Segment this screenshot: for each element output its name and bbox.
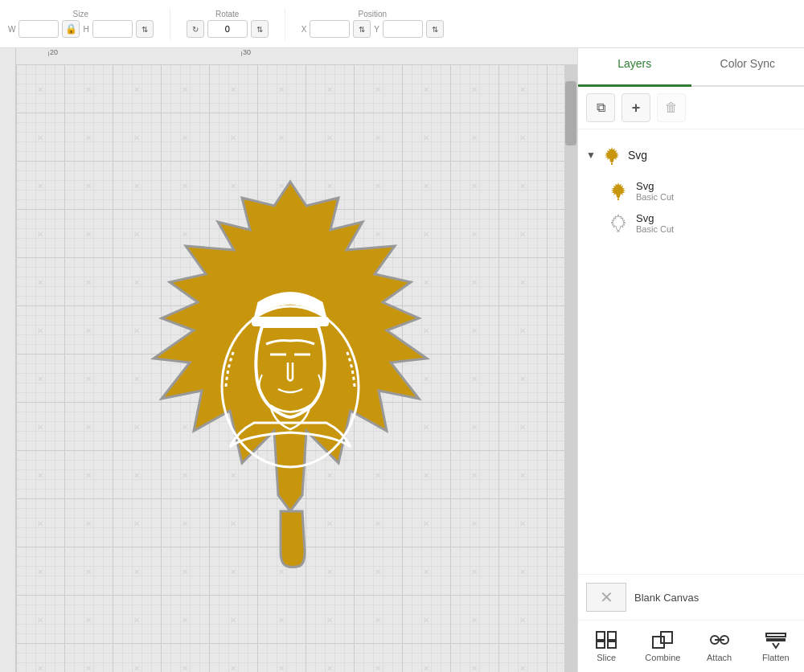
- canvas-with-ruler: 20 30 ✕: [0, 48, 577, 672]
- rotate-label: Rotate: [215, 10, 239, 18]
- svg-rect-6: [611, 163, 613, 165]
- tab-colorsync[interactable]: Color Sync: [691, 48, 805, 85]
- design-container: [97, 158, 483, 579]
- blank-canvas-thumb: ✕: [586, 583, 626, 612]
- scrollbar-thumb[interactable]: [565, 81, 576, 145]
- layer-0-info: Svg Basic Cut: [636, 180, 674, 202]
- chevron-ud-icon: ⇅: [142, 25, 148, 34]
- panel-actions: Slice Combine Attach: [578, 620, 804, 672]
- panel-toolbar: ⧉ + 🗑: [578, 87, 804, 129]
- flatten-button[interactable]: Flatten: [748, 627, 804, 666]
- ruler-h: 20 30: [16, 48, 577, 64]
- rotate-icon-btn[interactable]: ↻: [187, 20, 204, 38]
- lock-icon: 🔒: [65, 23, 77, 35]
- position-label: Position: [359, 10, 388, 18]
- canvas-column: 20 30 ✕: [16, 48, 577, 672]
- x-stepper[interactable]: ⇅: [353, 20, 371, 38]
- width-input[interactable]: [18, 20, 59, 38]
- rotate-stepper-icon: ⇅: [256, 25, 263, 34]
- x-stepper-icon: ⇅: [359, 25, 365, 34]
- svg-rect-7: [617, 199, 619, 200]
- toolbar-position-group: Position X ⇅ Y ⇅: [302, 10, 444, 38]
- layer-1-type: Basic Cut: [636, 224, 674, 234]
- flatten-icon: [765, 630, 787, 649]
- panel-tabs: Layers Color Sync: [578, 48, 804, 87]
- group-name: Svg: [628, 149, 647, 162]
- add-layer-btn[interactable]: +: [621, 93, 650, 122]
- layer-group-thumb: [601, 144, 623, 166]
- svg-rect-19: [766, 638, 786, 641]
- layer-0-name: Svg: [636, 180, 674, 192]
- ruler-tick-20: 20: [48, 48, 58, 56]
- group-thumb-svg: [602, 145, 621, 165]
- svg-rect-8: [617, 231, 619, 232]
- rotate-inputs: ↻ ⇅: [187, 20, 269, 38]
- copy-icon: ⧉: [597, 100, 605, 115]
- ruler-tick-30: 30: [241, 48, 251, 56]
- slice-label: Slice: [597, 653, 616, 662]
- x-label: X: [302, 25, 307, 34]
- attach-label: Attach: [707, 653, 732, 662]
- size-label: Size: [73, 10, 88, 18]
- toolbar-size-group: Size W 🔒 H ⇅: [8, 10, 154, 38]
- layer-thumb-1: [607, 211, 630, 234]
- svg-rect-10: [608, 632, 616, 640]
- svg-rect-9: [597, 632, 605, 640]
- layers-list: ▼ Svg: [578, 129, 804, 574]
- design-svg: [97, 158, 483, 576]
- lock-btn[interactable]: 🔒: [62, 20, 80, 38]
- svg-rect-12: [608, 641, 616, 648]
- copy-layer-btn[interactable]: ⧉: [586, 93, 615, 122]
- divider-1: [170, 8, 170, 40]
- colorsync-tab-label: Color Sync: [720, 57, 775, 70]
- canvas-scroll-area: ✕: [16, 64, 577, 672]
- svg-rect-11: [597, 641, 605, 648]
- delete-layer-btn[interactable]: 🗑: [657, 93, 686, 122]
- flatten-label: Flatten: [762, 653, 790, 662]
- slice-icon: [595, 630, 617, 649]
- rotate-icon: ↻: [192, 25, 199, 34]
- layer-0-type: Basic Cut: [636, 192, 674, 202]
- combine-label: Combine: [645, 653, 680, 662]
- main-area: 20 30 ✕: [0, 48, 804, 672]
- y-label: Y: [374, 25, 379, 34]
- toolbar-rotate-group: Rotate ↻ ⇅: [187, 10, 269, 38]
- position-inputs: X ⇅ Y ⇅: [302, 20, 444, 38]
- chevron-down-icon: ▼: [586, 150, 596, 161]
- layer-group-svg: ▼ Svg: [578, 136, 804, 174]
- layer-item-0[interactable]: Svg Basic Cut: [578, 174, 804, 207]
- canvas-area[interactable]: ✕: [16, 64, 564, 672]
- size-inputs: W 🔒 H ⇅: [8, 20, 154, 38]
- blank-canvas-section: ✕ Blank Canvas: [578, 574, 804, 620]
- y-input[interactable]: [383, 20, 423, 38]
- vertical-ruler: [0, 48, 16, 672]
- layer-1-info: Svg Basic Cut: [636, 212, 674, 234]
- horizontal-ruler: 20 30: [16, 48, 577, 64]
- w-label: W: [8, 25, 15, 34]
- layer-group-header[interactable]: ▼ Svg: [586, 141, 796, 170]
- delete-icon: 🗑: [665, 100, 678, 115]
- attach-button[interactable]: Attach: [691, 627, 748, 666]
- layer-item-1[interactable]: Svg Basic Cut: [578, 207, 804, 239]
- vertical-scrollbar[interactable]: [564, 64, 577, 672]
- combine-button[interactable]: Combine: [634, 627, 691, 666]
- combine-icon: [651, 630, 674, 649]
- toolbar: Size W 🔒 H ⇅ Rotate ↻ ⇅ Posi: [0, 0, 804, 48]
- slice-button[interactable]: Slice: [578, 627, 634, 666]
- add-icon: +: [632, 100, 641, 117]
- y-stepper[interactable]: ⇅: [426, 20, 444, 38]
- x-input[interactable]: [310, 20, 350, 38]
- rotate-input[interactable]: [207, 20, 248, 38]
- tab-layers[interactable]: Layers: [578, 48, 691, 85]
- layers-tab-label: Layers: [617, 57, 651, 70]
- layer-1-thumb-svg: [609, 213, 628, 232]
- attach-icon: [708, 630, 731, 649]
- y-stepper-icon: ⇅: [432, 25, 438, 34]
- layer-thumb-0: [607, 179, 630, 202]
- blank-canvas-x-icon: ✕: [600, 588, 613, 607]
- height-stepper[interactable]: ⇅: [136, 20, 154, 38]
- height-input[interactable]: [92, 20, 133, 38]
- svg-rect-18: [766, 633, 786, 637]
- divider-2: [285, 8, 285, 40]
- rotate-stepper[interactable]: ⇅: [251, 20, 269, 38]
